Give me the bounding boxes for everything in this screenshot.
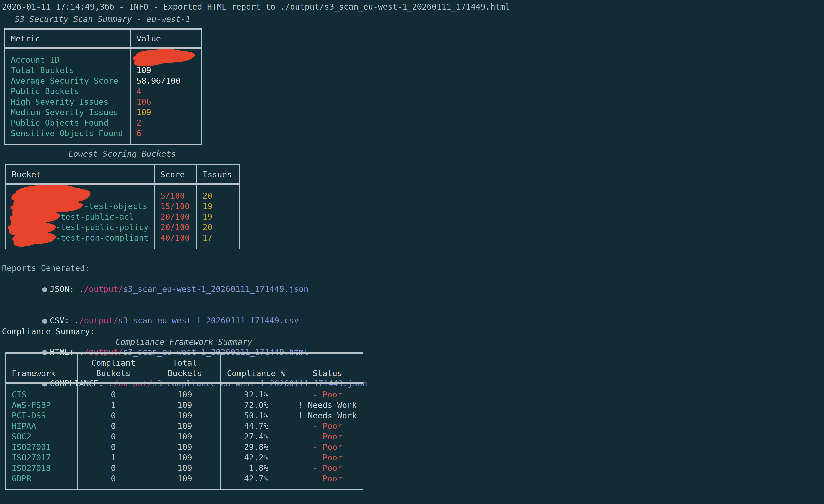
framework-name: HIPAA [6,421,78,431]
total-count: 109 [149,473,221,490]
table-header-row: Bucket Score Issues [6,165,239,184]
status-badge: ! Needs Work [292,400,363,410]
total-count: 109 [149,383,221,400]
metric-label: Account ID [5,48,130,65]
table-row: Public Objects Found 2 [5,118,201,128]
total-count: 109 [149,463,221,473]
framework-name: PCI-DSS [6,410,78,421]
table-row: AWS-FSBP 1 109 72.0% ! Needs Work [6,400,363,410]
bucket-issues: 17 [197,233,239,249]
metric-label: Medium Severity Issues [5,107,130,118]
column-header-score: Score [154,165,197,184]
list-item: ●JSON:./output/s3_scan_eu-west-1_2026011… [13,273,367,305]
table-row: ISO27017 1 109 42.2% - Poor [6,452,363,463]
log-line: 2026-01-11 17:14:49,366 - INFO - Exporte… [2,1,510,12]
status-badge: - Poor [292,421,363,431]
report-path-prefix: . [79,284,84,294]
column-header-metric: Metric [5,29,130,48]
compliance-pct: 1.8% [221,463,292,473]
column-header-total-buckets: Total Buckets [149,353,221,383]
table-row: Average Security Score 58.96/100 [5,76,201,86]
table-row: ISO27001 0 109 29.8% - Poor [6,442,363,452]
metric-value: 58.96/100 [130,76,201,86]
bucket-score: 40/100 [154,233,197,249]
framework-name: CIS [6,383,78,400]
compliance-framework-title: Compliance Framework Summary [5,337,363,347]
column-header-value: Value [130,29,201,48]
framework-name: AWS-FSBP [6,400,78,410]
status-badge: - Poor [292,452,363,463]
column-header-compliant-buckets: Compliant Buckets [78,353,149,383]
compliance-pct: 29.8% [221,442,292,452]
metric-label: High Severity Issues [5,97,130,107]
report-label: JSON: [50,284,74,294]
column-header-issues: Issues [197,165,239,184]
compliant-count: 0 [78,383,149,400]
report-path-dir: /output/ [79,316,118,325]
column-header-bucket: Bucket [6,165,154,184]
reports-generated-heading: Reports Generated: [2,263,90,273]
table-row: GDPR 0 109 42.7% - Poor [6,473,363,490]
total-count: 109 [149,442,221,452]
bucket-score: 20/100 [154,212,197,222]
compliant-count: 1 [78,400,149,410]
compliant-count: 0 [78,442,149,452]
compliant-count: 0 [78,463,149,473]
metric-label: Public Objects Found [5,118,130,128]
compliance-framework-table: Framework Compliant Buckets Total Bucket… [5,352,363,490]
metric-label: Average Security Score [5,76,130,86]
compliance-pct: 44.7% [221,421,292,431]
metric-value: 2 [130,118,201,128]
column-header-status: Status [292,353,363,383]
bucket-issues: 20 [197,222,239,233]
compliant-count: 0 [78,421,149,431]
total-count: 109 [149,431,221,442]
status-badge: - Poor [292,442,363,452]
framework-name: ISO27017 [6,452,78,463]
bucket-score: 15/100 [154,201,197,212]
bucket-issues: 19 [197,201,239,212]
compliance-pct: 27.4% [221,431,292,442]
metric-value: 6 [130,128,201,145]
table-header-row: Framework Compliant Buckets Total Bucket… [6,353,363,383]
scan-summary-table: Metric Value Account ID Total Buckets 10… [4,28,202,145]
report-label: CSV: [50,316,70,325]
table-row: ISO27018 0 109 1.8% - Poor [6,463,363,473]
report-path-file: s3_scan_eu-west-1_20260111_171449.json [123,284,309,294]
status-badge: ! Needs Work [292,410,363,421]
metric-value: 4 [130,86,201,97]
table-row: Sensitive Objects Found 6 [5,128,201,145]
column-header-compliance-pct: Compliance % [221,353,292,383]
report-path-prefix: . [74,316,79,325]
table-header-row: Metric Value [5,29,201,48]
report-path-file: s3_scan_eu-west-1_20260111_171449.csv [118,316,299,325]
compliance-pct: 72.0% [221,400,292,410]
column-header-framework: Framework [6,353,78,383]
table-row: SOC2 0 109 27.4% - Poor [6,431,363,442]
bucket-issues: 19 [197,212,239,222]
compliance-pct: 42.7% [221,473,292,490]
bucket-score: 5/100 [154,184,197,201]
metric-label: Public Buckets [5,86,130,97]
table-row: HIPAA 0 109 44.7% - Poor [6,421,363,431]
framework-name: ISO27018 [6,463,78,473]
compliance-pct: 32.1% [221,383,292,400]
report-path-dir: /output/ [84,284,123,294]
scan-summary-title: S3 Security Scan Summary - eu-west-1 [4,14,201,24]
bullet-icon: ● [42,316,47,325]
bullet-icon: ● [42,284,47,294]
compliant-count: 0 [78,431,149,442]
total-count: 109 [149,421,221,431]
status-badge: - Poor [292,463,363,473]
status-badge: - Poor [292,431,363,442]
compliance-summary-heading: Compliance Summary: [2,326,95,337]
table-row: PCI-DSS 0 109 50.1% ! Needs Work [6,410,363,421]
bucket-score: 20/100 [154,222,197,233]
compliance-pct: 50.1% [221,410,292,421]
metric-value: 106 [130,97,201,107]
compliant-count: 0 [78,473,149,490]
compliant-count: 1 [78,452,149,463]
table-row: Public Buckets 4 [5,86,201,97]
table-row: High Severity Issues 106 [5,97,201,107]
terminal-screen: 2026-01-11 17:14:49,366 - INFO - Exporte… [0,0,824,504]
